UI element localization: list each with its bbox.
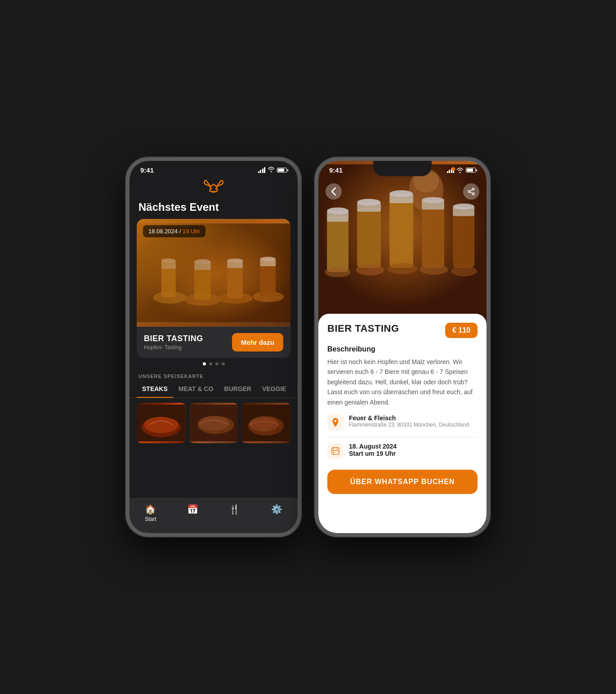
- food-item-3: [241, 403, 290, 443]
- detail-event-name: BIER TASTING: [327, 323, 399, 334]
- phone-1: 9:41: [126, 157, 301, 537]
- svg-point-58: [472, 193, 474, 195]
- beschreibung-text: Hier ist noch kein Hopfen und Malz verlo…: [327, 357, 478, 407]
- share-button[interactable]: [463, 183, 479, 200]
- gear-icon: ⚙️: [271, 504, 282, 515]
- location-row: Feuer & Fleisch Flammenstraße 23, 80331 …: [327, 414, 478, 431]
- event-subtitle: Hopfen- Tasting: [144, 344, 203, 351]
- menu-tab-veggie[interactable]: VEGGIE: [257, 381, 292, 398]
- location-address: Flammenstraße 23, 80331 München, Deutsch…: [349, 422, 469, 428]
- status-icons-1: [258, 167, 287, 174]
- bottom-nav: 🏠 Start 📅 🍴 ⚙️: [129, 498, 298, 533]
- orange-status-dot: [451, 167, 455, 171]
- food-grid: [129, 398, 298, 448]
- dot-3: [215, 362, 219, 365]
- event-date-badge: 18.08.2024 / 19 Uhr: [143, 225, 205, 237]
- food-item-2: [189, 403, 238, 443]
- divider-1: [327, 437, 478, 437]
- svg-line-60: [470, 190, 472, 191]
- dots-indicator: [129, 358, 298, 370]
- battery-icon-2: [466, 168, 476, 173]
- svg-rect-27: [189, 405, 238, 441]
- brand-logo: [129, 174, 298, 197]
- event-image-container: 18.08.2024 / 19 Uhr: [137, 219, 290, 327]
- svg-point-61: [335, 420, 337, 422]
- dot-2: [209, 362, 212, 365]
- chevron-left-icon: [331, 187, 336, 196]
- svg-point-1: [215, 188, 216, 189]
- status-icons-2: [447, 167, 476, 173]
- mehr-dazu-button[interactable]: Mehr dazu: [232, 333, 283, 351]
- phone2-screen: 9:41: [318, 161, 487, 533]
- calendar-detail-icon: [331, 447, 339, 455]
- signal-icon: [258, 167, 266, 173]
- svg-rect-23: [137, 405, 186, 441]
- status-time-2: 9:41: [329, 166, 343, 174]
- nav-calendar[interactable]: 📅: [187, 504, 198, 522]
- calendar-icon-container: [327, 443, 344, 459]
- svg-rect-66: [333, 452, 335, 453]
- bull-logo-icon: [202, 178, 225, 196]
- nav-home-label: Start: [145, 516, 156, 522]
- status-time-1: 9:41: [140, 166, 154, 174]
- event-card: 18.08.2024 / 19 Uhr BIER TASTING Hopfen-…: [137, 219, 290, 358]
- location-name: Feuer & Fleisch: [349, 414, 469, 422]
- event-info: BIER TASTING Hopfen- Tasting: [144, 334, 203, 351]
- menu-tabs: STEAKS MEAT & CO BURGER VEGGIE FISH: [129, 381, 298, 398]
- whatsapp-button[interactable]: ÜBER WHATSAPP BUCHEN: [327, 470, 478, 494]
- menu-tab-burger[interactable]: BURGER: [219, 381, 257, 398]
- price-badge: € 110: [445, 323, 478, 338]
- detail-header: BIER TASTING € 110: [327, 323, 478, 338]
- battery-icon: [277, 168, 287, 173]
- wifi-icon: [268, 167, 275, 174]
- food-item-1: [137, 403, 186, 443]
- event-date-text: 18. August 2024: [349, 443, 397, 450]
- svg-rect-55: [318, 165, 487, 324]
- menu-tab-meatco[interactable]: MEAT & CO: [173, 381, 219, 398]
- home-icon: 🏠: [145, 504, 156, 515]
- phones-container: 9:41: [126, 157, 490, 537]
- phone-2: 9:41: [315, 157, 490, 537]
- svg-rect-31: [241, 405, 290, 441]
- phone2-hero: 9:41: [318, 161, 487, 327]
- event-time-text: Start um 19 Uhr: [349, 450, 397, 457]
- svg-point-57: [468, 191, 470, 193]
- svg-point-56: [472, 188, 474, 191]
- dot-1: [203, 362, 206, 365]
- hero-image-bg: [318, 161, 487, 327]
- nav-home[interactable]: 🏠 Start: [145, 504, 156, 522]
- location-pin-icon: [332, 418, 339, 427]
- event-name: BIER TASTING: [144, 334, 203, 343]
- dot-4: [222, 362, 225, 365]
- location-text: Feuer & Fleisch Flammenstraße 23, 80331 …: [349, 414, 469, 428]
- svg-point-0: [210, 188, 212, 189]
- menu-tab-steaks[interactable]: STEAKS: [137, 381, 173, 398]
- event-card-bottom: BIER TASTING Hopfen- Tasting Mehr dazu: [137, 327, 290, 358]
- menu-section-label: UNSERE SPEISEKARTE: [129, 370, 298, 381]
- menu-tab-fish[interactable]: FISH: [292, 381, 298, 398]
- nav-menu[interactable]: 🍴: [229, 504, 240, 522]
- back-button[interactable]: [326, 183, 342, 200]
- section-title: Nächstes Event: [129, 197, 298, 219]
- svg-rect-62: [332, 448, 339, 454]
- beschreibung-title: Beschreibung: [327, 345, 478, 353]
- share-icon: [467, 187, 475, 196]
- status-bar-2: 9:41: [318, 161, 487, 174]
- calendar-icon: 📅: [187, 504, 198, 515]
- wifi-icon-2: [456, 168, 464, 173]
- detail-card: BIER TASTING € 110 Beschreibung Hier ist…: [318, 314, 487, 533]
- utensils-icon: 🍴: [229, 504, 240, 515]
- phone1-screen: 9:41: [129, 161, 298, 533]
- location-icon-container: [327, 414, 344, 431]
- datetime-text: 18. August 2024 Start um 19 Uhr: [349, 443, 397, 457]
- datetime-row: 18. August 2024 Start um 19 Uhr: [327, 443, 478, 459]
- nav-settings[interactable]: ⚙️: [271, 504, 282, 522]
- svg-line-59: [470, 192, 472, 193]
- status-bar-1: 9:41: [129, 161, 298, 174]
